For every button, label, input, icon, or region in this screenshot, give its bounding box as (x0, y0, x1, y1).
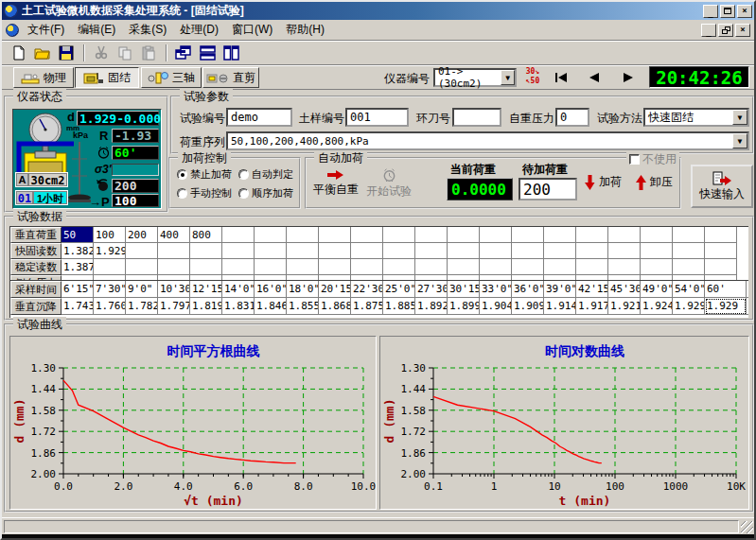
table-cell[interactable]: 33'0" (480, 281, 512, 298)
mode-triaxial-button[interactable]: 三轴 (141, 67, 202, 88)
table-cell[interactable]: 16'0" (255, 281, 287, 298)
sample-no-input[interactable]: 001 (345, 108, 409, 127)
radio-auto-judge[interactable]: 自动判定 (238, 167, 293, 182)
save-icon[interactable] (55, 43, 78, 63)
table-cell[interactable]: 800 (190, 227, 222, 243)
table-cell[interactable] (158, 243, 190, 259)
chevron-down-icon[interactable]: ▼ (732, 133, 747, 148)
paste-icon[interactable] (137, 43, 160, 63)
table-cell[interactable] (222, 243, 255, 259)
first-record-button[interactable] (549, 68, 573, 87)
table-cell[interactable]: 42'15 (576, 281, 608, 298)
mode-consolidation-button[interactable]: 固结 (75, 67, 139, 88)
row-header-button[interactable]: 稳定读数 (10, 259, 62, 275)
row-header-button[interactable]: 快固读数 (10, 243, 62, 259)
table-cell[interactable]: 1.929 (673, 298, 705, 315)
table-cell[interactable] (448, 259, 480, 275)
table-cell[interactable]: 1.917 (576, 298, 608, 315)
table-cell[interactable]: 70' (747, 281, 748, 298)
radio-sequential-load[interactable]: 顺序加荷 (238, 186, 293, 200)
table-cell[interactable]: 6'15" (62, 281, 94, 298)
instrument-number-select[interactable]: 01->(30cm2) ▼ (433, 68, 517, 87)
next-record-button[interactable] (615, 68, 640, 87)
copy-icon[interactable] (114, 43, 136, 63)
table-cell[interactable] (480, 243, 512, 259)
table-cell[interactable] (126, 243, 158, 259)
table-cell[interactable]: 1.760 (94, 298, 126, 315)
table-cell[interactable] (641, 243, 673, 259)
table-cell[interactable]: 60' (705, 281, 747, 298)
table-cell[interactable]: 50 (62, 227, 94, 243)
table-cell[interactable] (544, 227, 576, 243)
table-cell[interactable] (673, 259, 705, 275)
table-cell[interactable] (319, 243, 351, 259)
table-cell[interactable]: 400 (158, 227, 190, 243)
table-cell[interactable]: 200 (126, 227, 158, 243)
table-cell[interactable] (448, 227, 480, 243)
table-cell[interactable]: 1.904 (480, 298, 512, 315)
table-cell[interactable] (576, 227, 608, 243)
resize-grip[interactable] (741, 521, 753, 533)
table-cell[interactable] (576, 259, 608, 275)
table-cell[interactable] (190, 259, 222, 275)
table-cell[interactable] (383, 227, 415, 243)
table-cell[interactable] (673, 243, 705, 259)
table-cell[interactable] (126, 259, 158, 275)
table-cell[interactable] (544, 259, 576, 275)
mode-direct-shear-button[interactable]: 直剪 (202, 67, 259, 88)
table-cell[interactable] (255, 259, 287, 275)
table-cell[interactable]: 1.868 (319, 298, 351, 315)
menu-file[interactable]: 文件(F) (21, 19, 71, 41)
mdi-minimize-button[interactable]: _ (701, 24, 716, 37)
start-test-button[interactable]: 开始试验 (363, 163, 414, 204)
table-cell[interactable] (287, 259, 319, 275)
table-cell[interactable]: 1.387 (62, 259, 94, 275)
table-cell[interactable] (608, 259, 641, 275)
table-cell[interactable]: 1.831 (222, 298, 255, 315)
table-cell[interactable]: 27'30 (415, 281, 448, 298)
table-cell[interactable]: 1.929 (94, 243, 126, 259)
table-cell[interactable] (287, 243, 319, 259)
row-header-button[interactable]: 垂直荷重 (10, 227, 62, 243)
table-cell[interactable]: 18'0" (287, 281, 319, 298)
table-cell[interactable]: 1.892 (415, 298, 448, 315)
balance-self-weight-button[interactable]: 平衡自重 (312, 163, 360, 204)
cut-icon[interactable] (90, 43, 113, 63)
table-cell[interactable] (747, 298, 748, 315)
range-switch-icon[interactable]: 30↘↖50 (522, 67, 543, 88)
table-cell[interactable] (608, 243, 641, 259)
table-cell[interactable] (94, 259, 126, 275)
table-cell[interactable]: 1.921 (608, 298, 641, 315)
table-cell[interactable] (351, 243, 383, 259)
table-cell[interactable]: 1.909 (512, 298, 544, 315)
open-file-icon[interactable] (31, 43, 54, 63)
table-cell[interactable] (158, 259, 190, 275)
menu-acquire[interactable]: 采集(S) (122, 19, 173, 41)
table-cell[interactable]: 39'0" (544, 281, 576, 298)
table-cell[interactable]: 1.914 (544, 298, 576, 315)
table-cell[interactable] (222, 227, 255, 243)
table-cell[interactable]: 1.855 (287, 298, 319, 315)
chevron-down-icon[interactable]: ▼ (501, 70, 515, 85)
table-cell[interactable] (576, 243, 608, 259)
table-cell[interactable] (480, 259, 512, 275)
table-cell[interactable] (351, 259, 383, 275)
table-cell[interactable] (705, 259, 737, 275)
table-cell[interactable] (705, 243, 737, 259)
table-cell[interactable]: 20'15 (319, 281, 351, 298)
table-cell[interactable]: 1.846 (255, 298, 287, 315)
load-seq-select[interactable]: 50,100,200,400,800,kPa ▼ (226, 131, 749, 150)
menu-help[interactable]: 帮助(H) (279, 19, 331, 41)
cascade-windows-icon[interactable] (172, 43, 195, 63)
pending-load-input[interactable]: 200 (519, 178, 577, 200)
tile-vertical-icon[interactable] (220, 43, 242, 63)
table-cell[interactable] (351, 227, 383, 243)
table-cell[interactable] (448, 243, 480, 259)
apply-load-button[interactable]: 加荷 (585, 174, 622, 190)
minimize-button[interactable]: _ (703, 5, 718, 18)
menu-edit[interactable]: 编辑(E) (71, 19, 122, 41)
table-cell[interactable]: 1.875 (351, 298, 383, 315)
close-button[interactable]: × (737, 5, 752, 18)
table-cell[interactable]: 1.797 (158, 298, 190, 315)
mdi-restore-button[interactable] (718, 24, 733, 37)
